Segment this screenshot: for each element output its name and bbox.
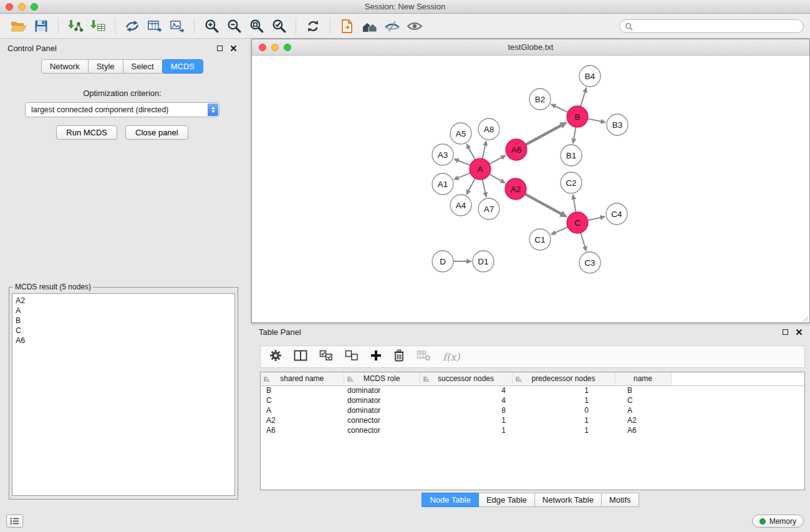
- float-panel-icon[interactable]: [783, 329, 788, 335]
- column-header-mcds-role[interactable]: MCDS role: [344, 372, 420, 385]
- graph-edge-A-A2[interactable]: [489, 174, 502, 181]
- minimize-window-button[interactable]: [18, 3, 26, 11]
- graph-edge-C-C3[interactable]: [581, 233, 585, 247]
- application-window: Session: New Session: [0, 0, 810, 532]
- close-window-button[interactable]: [6, 3, 13, 11]
- list-item[interactable]: A2: [16, 296, 231, 306]
- network-canvas[interactable]: B4B2BB3A5A8A6A3B1AC2A1A2A4A7C4CC1C3DD1: [252, 56, 809, 322]
- new-network-button[interactable]: [121, 16, 143, 36]
- graph-node-label: C3: [584, 258, 595, 268]
- create-column-button[interactable]: [370, 350, 382, 364]
- select-all-columns-button[interactable]: [319, 350, 333, 364]
- tab-node-table[interactable]: Node Table: [422, 493, 479, 507]
- float-panel-icon[interactable]: [217, 46, 223, 51]
- new-table-button[interactable]: [143, 16, 166, 36]
- graph-edge-A-A3[interactable]: [458, 160, 470, 165]
- graph-edge-A6-B[interactable]: [526, 125, 562, 145]
- close-panel-icon[interactable]: [230, 45, 237, 52]
- table-row[interactable]: C dominator 4 1 C: [261, 395, 804, 405]
- graph-edge-C-C4[interactable]: [588, 218, 601, 221]
- main-toolbar: [0, 14, 810, 39]
- open-session-button[interactable]: [7, 16, 30, 36]
- apply-layout-button[interactable]: [302, 16, 324, 36]
- select-stepper-icon: [208, 104, 218, 116]
- close-panel-icon[interactable]: [796, 329, 803, 336]
- tab-mcds[interactable]: MCDS: [162, 59, 203, 74]
- zoom-out-button[interactable]: [223, 16, 245, 36]
- search-field[interactable]: [619, 19, 804, 33]
- graph-edge-A-A8[interactable]: [483, 145, 486, 158]
- network-graph[interactable]: B4B2BB3A5A8A6A3B1AC2A1A2A4A7C4CC1C3DD1: [252, 56, 809, 322]
- list-item[interactable]: B: [16, 316, 231, 326]
- close-network-button[interactable]: [259, 44, 266, 51]
- mcds-result-list[interactable]: A2 A B C A6: [12, 293, 235, 496]
- delete-table-icon: [417, 350, 431, 361]
- column-header-predecessor-nodes[interactable]: predecessor nodes: [512, 372, 615, 385]
- graph-edge-arrowhead: [571, 138, 576, 145]
- tab-edge-table[interactable]: Edge Table: [478, 493, 535, 507]
- import-network-button[interactable]: [64, 16, 87, 36]
- table-row[interactable]: B dominator 4 1 B: [261, 385, 804, 395]
- deselect-all-columns-button[interactable]: [345, 350, 359, 364]
- minimize-network-button[interactable]: [271, 44, 279, 51]
- toolbar-separator: [330, 18, 330, 34]
- network-window-titlebar[interactable]: testGlobe.txt: [252, 39, 809, 56]
- export-image-button[interactable]: [166, 16, 188, 36]
- close-panel-button[interactable]: Close panel: [125, 125, 188, 140]
- zoom-window-button[interactable]: [31, 3, 38, 11]
- graph-edge-A-A7[interactable]: [483, 180, 486, 193]
- column-header-shared-name[interactable]: shared name: [261, 372, 344, 385]
- tab-style[interactable]: Style: [88, 59, 123, 74]
- sort-icon: [516, 375, 523, 384]
- table-row[interactable]: A dominator 8 0 A: [261, 405, 804, 415]
- delete-table-button[interactable]: [417, 350, 431, 364]
- graph-node-label: D: [440, 257, 446, 266]
- search-input[interactable]: [636, 22, 798, 31]
- graph-edge-B-B4[interactable]: [581, 92, 585, 107]
- table-settings-button[interactable]: [269, 349, 282, 364]
- zoom-network-button[interactable]: [284, 44, 291, 51]
- node-table: shared name MCDS role successor nodes: [260, 372, 805, 490]
- zoom-selected-button[interactable]: [268, 16, 290, 36]
- table-row[interactable]: A2 connector 1 1 A2: [261, 415, 804, 425]
- show-panels-button[interactable]: [6, 515, 23, 528]
- run-mcds-button[interactable]: Run MCDS: [56, 125, 117, 140]
- tab-select[interactable]: Select: [123, 59, 163, 74]
- tab-motifs[interactable]: Motifs: [601, 493, 639, 507]
- new-table-icon: [147, 19, 163, 33]
- column-header-name[interactable]: name: [615, 372, 671, 385]
- function-builder-button[interactable]: f(x): [443, 351, 460, 363]
- graph-edge-C-C2[interactable]: [574, 199, 576, 213]
- graph-edge-A-A4[interactable]: [468, 178, 475, 191]
- graph-edge-A-A1[interactable]: [458, 173, 470, 178]
- graph-edge-C-C1[interactable]: [555, 227, 568, 233]
- list-item[interactable]: C: [16, 326, 231, 336]
- delete-column-button[interactable]: [393, 349, 405, 364]
- show-columns-button[interactable]: [294, 350, 307, 364]
- graph-edge-A-A5[interactable]: [468, 148, 475, 160]
- graph-edge-A-A6[interactable]: [489, 157, 502, 164]
- graph-node-label: C2: [566, 178, 576, 188]
- birdseye-view-button[interactable]: [403, 16, 426, 36]
- optimization-criterion-select[interactable]: largest connected component (directed): [25, 102, 219, 117]
- save-session-button[interactable]: [30, 16, 52, 36]
- column-header-successor-nodes[interactable]: successor nodes: [420, 372, 512, 385]
- graph-edge-A2-C[interactable]: [525, 194, 562, 214]
- graph-edge-B-B3[interactable]: [588, 118, 602, 121]
- open-file-button[interactable]: [336, 16, 359, 36]
- graph-edge-B-B1[interactable]: [574, 127, 576, 140]
- home-view-button[interactable]: [359, 16, 381, 36]
- tab-network-table[interactable]: Network Table: [534, 493, 602, 507]
- tab-network[interactable]: Network: [41, 59, 89, 74]
- resize-grip[interactable]: [801, 314, 809, 322]
- list-item[interactable]: A: [16, 306, 231, 316]
- graph-edge-B-B2[interactable]: [555, 106, 568, 112]
- zoom-fit-button[interactable]: [245, 16, 268, 36]
- list-item[interactable]: A6: [16, 336, 231, 346]
- memory-button[interactable]: Memory: [752, 515, 804, 528]
- network-title: testGlobe.txt: [508, 42, 554, 52]
- table-row[interactable]: A6 connector 1 1 A6: [261, 425, 804, 435]
- graphics-details-button[interactable]: [381, 16, 403, 36]
- zoom-in-button[interactable]: [200, 16, 223, 36]
- import-table-button[interactable]: [87, 16, 109, 36]
